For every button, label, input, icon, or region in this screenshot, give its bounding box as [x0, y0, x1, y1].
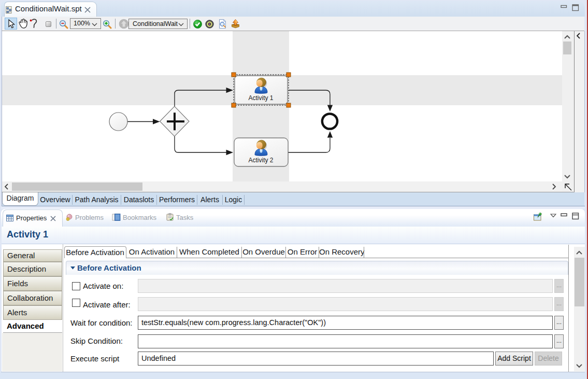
svg-text:Activity 2: Activity 2 [248, 157, 273, 164]
svg-text:Activity 1: Activity 1 [248, 94, 273, 102]
